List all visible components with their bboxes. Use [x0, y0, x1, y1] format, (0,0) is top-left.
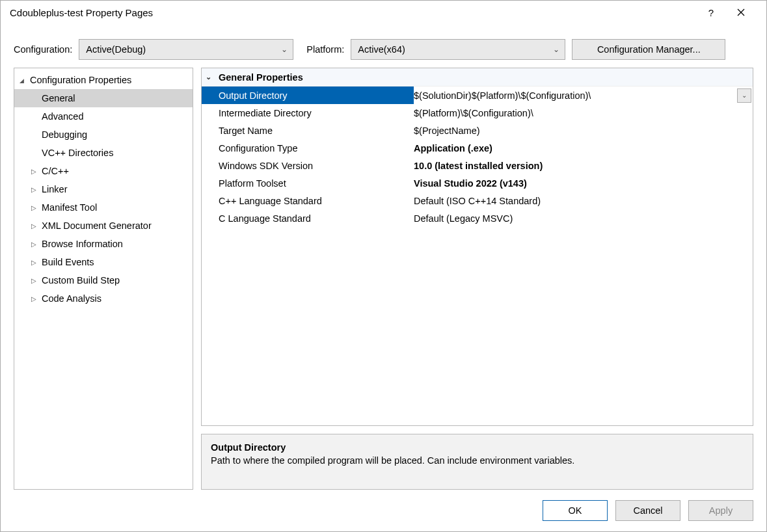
tree-pane[interactable]: Configuration Properties GeneralAdvanced…: [14, 68, 193, 490]
tree-item[interactable]: General: [14, 89, 193, 107]
help-button[interactable]: ?: [696, 7, 726, 18]
cancel-button[interactable]: Cancel: [615, 500, 680, 521]
property-row[interactable]: Windows SDK Version10.0 (latest installe…: [202, 157, 753, 174]
expand-icon[interactable]: [20, 76, 29, 84]
tree-item-label: Advanced: [40, 111, 84, 122]
tree-item-label: Linker: [40, 184, 68, 194]
tree-item-label: Build Events: [40, 257, 94, 267]
tree-item[interactable]: Debugging: [14, 126, 193, 144]
property-name: Configuration Type: [219, 143, 414, 153]
group-title: General Properties: [219, 72, 303, 83]
property-name: Output Directory: [202, 86, 414, 104]
top-controls: Configuration: Active(Debug) ⌄ Platform:…: [1, 25, 766, 68]
close-button[interactable]: [726, 8, 756, 18]
tree-item-label: XML Document Generator: [40, 220, 152, 231]
collapse-icon[interactable]: ⌄: [206, 73, 219, 81]
property-value[interactable]: Default (Legacy MSVC): [414, 213, 753, 224]
property-name: C++ Language Standard: [219, 196, 414, 206]
property-row[interactable]: Target Name$(ProjectName): [202, 122, 753, 139]
desc-title: Output Directory: [211, 442, 744, 453]
property-row[interactable]: C Language StandardDefault (Legacy MSVC): [202, 209, 753, 227]
configuration-label: Configuration:: [14, 44, 72, 55]
tree-item-label: Debugging: [40, 129, 87, 140]
tree-item[interactable]: XML Document Generator: [14, 217, 193, 235]
property-value[interactable]: Default (ISO C++14 Standard): [414, 196, 753, 206]
property-name: Windows SDK Version: [219, 161, 414, 171]
tree-item-label: Browse Information: [40, 239, 123, 249]
property-name: Target Name: [219, 126, 414, 136]
platform-label: Platform:: [306, 44, 344, 55]
property-value[interactable]: Visual Studio 2022 (v143): [414, 178, 753, 189]
tree-root[interactable]: Configuration Properties: [14, 71, 193, 89]
expand-icon[interactable]: [31, 258, 40, 266]
platform-dropdown[interactable]: Active(x64) ⌄: [351, 39, 565, 60]
property-value[interactable]: 10.0 (latest installed version): [414, 161, 753, 171]
expand-icon[interactable]: [31, 204, 40, 211]
main-area: Configuration Properties GeneralAdvanced…: [1, 68, 766, 495]
property-grid[interactable]: ⌄ General Properties Output Directory$(S…: [201, 68, 753, 426]
expand-icon[interactable]: [31, 222, 40, 230]
tree-root-label: Configuration Properties: [29, 75, 131, 85]
tree-item[interactable]: Build Events: [14, 253, 193, 271]
desc-text: Path to where the compiled program will …: [211, 455, 744, 466]
description-pane: Output Directory Path to where the compi…: [201, 434, 753, 490]
title-bar: Cdoubleplus-test Property Pages ?: [1, 1, 766, 25]
property-value[interactable]: $(SolutionDir)$(Platform)\$(Configuratio…: [414, 90, 737, 101]
expand-icon[interactable]: [31, 295, 40, 302]
ok-button[interactable]: OK: [543, 500, 608, 521]
tree-item[interactable]: Linker: [14, 180, 193, 198]
tree-item[interactable]: Manifest Tool: [14, 198, 193, 217]
group-header[interactable]: ⌄ General Properties: [202, 68, 753, 86]
configuration-value: Active(Debug): [86, 44, 281, 55]
platform-value: Active(x64): [358, 44, 553, 55]
property-name: C Language Standard: [219, 213, 414, 224]
window-title: Cdoubleplus-test Property Pages: [10, 7, 696, 18]
chevron-down-icon: ⌄: [281, 45, 288, 54]
tree-item[interactable]: C/C++: [14, 162, 193, 180]
expand-icon[interactable]: [31, 167, 40, 175]
tree-item[interactable]: VC++ Directories: [14, 144, 193, 162]
property-value[interactable]: $(Platform)\$(Configuration)\: [414, 108, 753, 118]
property-row[interactable]: Platform ToolsetVisual Studio 2022 (v143…: [202, 174, 753, 192]
property-row[interactable]: C++ Language StandardDefault (ISO C++14 …: [202, 192, 753, 209]
tree-item-label: VC++ Directories: [40, 148, 113, 158]
expand-icon[interactable]: [31, 240, 40, 248]
property-value[interactable]: Application (.exe): [414, 143, 753, 153]
right-stack: ⌄ General Properties Output Directory$(S…: [201, 68, 753, 490]
property-row[interactable]: Output Directory$(SolutionDir)$(Platform…: [202, 86, 753, 104]
property-name: Intermediate Directory: [219, 108, 414, 118]
property-value[interactable]: $(ProjectName): [414, 126, 753, 136]
property-row[interactable]: Intermediate Directory$(Platform)\$(Conf…: [202, 104, 753, 122]
tree-item[interactable]: Browse Information: [14, 235, 193, 253]
tree-item-label: Custom Build Step: [40, 275, 120, 286]
config-manager-button[interactable]: Configuration Manager...: [572, 39, 725, 60]
tree-item-label: Manifest Tool: [40, 202, 97, 213]
expand-icon[interactable]: [31, 185, 40, 193]
apply-button[interactable]: Apply: [688, 500, 753, 521]
expand-icon[interactable]: [31, 276, 40, 284]
tree-item[interactable]: Advanced: [14, 107, 193, 126]
chevron-down-icon: ⌄: [553, 45, 559, 54]
dropdown-button[interactable]: ⌄: [737, 88, 751, 103]
configuration-dropdown[interactable]: Active(Debug) ⌄: [79, 39, 293, 60]
tree-item-label: Code Analysis: [40, 293, 101, 304]
dialog-buttons: OK Cancel Apply: [1, 495, 766, 531]
tree-item-label: General: [40, 93, 75, 103]
property-name: Platform Toolset: [219, 178, 414, 189]
tree-item-label: C/C++: [40, 166, 69, 176]
tree-item[interactable]: Custom Build Step: [14, 271, 193, 289]
tree-item[interactable]: Code Analysis: [14, 289, 193, 308]
property-row[interactable]: Configuration TypeApplication (.exe): [202, 139, 753, 157]
